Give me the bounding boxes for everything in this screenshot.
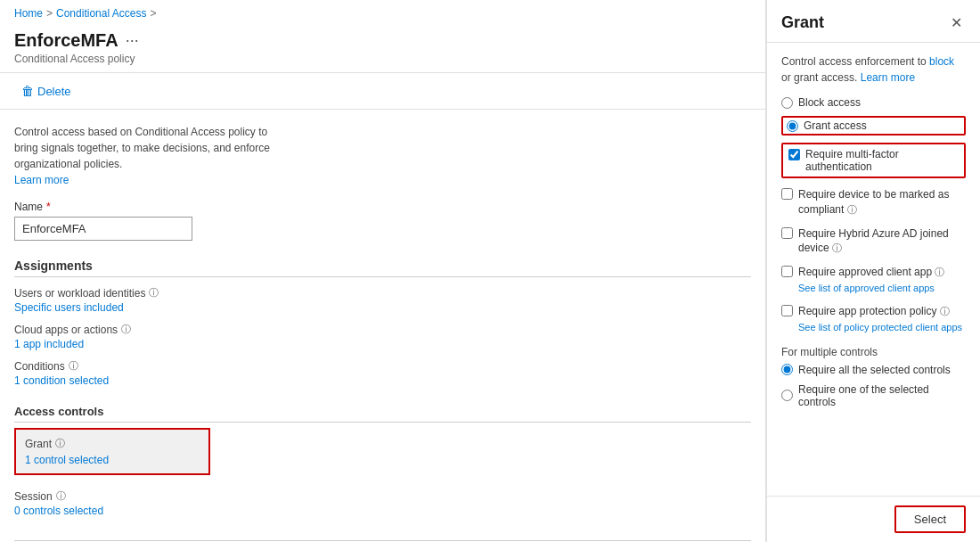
breadcrumb-home[interactable]: Home <box>14 7 43 20</box>
right-panel: Grant ✕ Control access enforcement to bl… <box>766 0 980 542</box>
app-protection-checkbox[interactable] <box>781 305 793 316</box>
block-access-radio-item[interactable]: Block access <box>781 96 966 109</box>
approved-client-label: Require approved client app <box>798 266 932 278</box>
device-compliant-checkbox[interactable] <box>781 188 793 200</box>
conditions-info-icon: ⓘ <box>69 359 78 373</box>
grant-info-icon: ⓘ <box>55 437 65 450</box>
select-button[interactable]: Select <box>894 505 966 533</box>
require-one-item[interactable]: Require one of the selected controls <box>781 383 966 408</box>
more-options-icon[interactable]: ··· <box>126 31 139 50</box>
require-one-label: Require one of the selected controls <box>798 383 966 408</box>
grant-access-label: Grant access <box>804 119 867 132</box>
right-panel-header: Grant ✕ <box>767 0 980 43</box>
assignments-heading: Assignments <box>14 259 751 277</box>
app-protection-item[interactable]: Require app protection policy ⓘ See list… <box>781 304 966 334</box>
access-controls-heading: Access controls <box>14 405 751 423</box>
session-value[interactable]: 0 controls selected <box>14 505 751 517</box>
grant-value[interactable]: 1 control selected <box>25 454 200 466</box>
require-all-item[interactable]: Require all the selected controls <box>781 364 966 376</box>
require-all-radio[interactable] <box>781 364 793 375</box>
hybrid-azure-item[interactable]: Require Hybrid Azure AD joined device ⓘ <box>781 226 966 257</box>
delete-label: Delete <box>37 85 71 98</box>
app-protection-label: Require app protection policy <box>798 305 936 317</box>
grant-access-radio[interactable] <box>787 120 798 132</box>
device-compliant-info-icon: ⓘ <box>847 204 857 215</box>
toolbar: 🗑 Delete <box>0 73 765 110</box>
learn-more-link[interactable]: Learn more <box>861 71 915 84</box>
users-label: Users or workload identities <box>14 287 145 300</box>
grant-access-radio-item[interactable]: Grant access <box>781 116 966 136</box>
grant-box[interactable]: Grant ⓘ 1 control selected <box>14 428 210 475</box>
content-area: Control access based on Conditional Acce… <box>0 110 765 542</box>
cloud-apps-label: Cloud apps or actions <box>14 324 118 336</box>
description-learn-more[interactable]: Learn more <box>14 174 69 186</box>
device-compliant-label: Require device to be marked as compliant <box>798 188 949 216</box>
grant-label: Grant <box>25 438 52 450</box>
hybrid-azure-info-icon: ⓘ <box>832 242 842 253</box>
required-indicator: * <box>46 201 51 213</box>
page-header: EnforceMFA ··· Conditional Access policy <box>0 27 765 73</box>
breadcrumb: Home > Conditional Access > <box>0 0 765 27</box>
breadcrumb-conditional-access[interactable]: Conditional Access <box>56 7 146 20</box>
session-box: Session ⓘ 0 controls selected <box>14 484 751 522</box>
mfa-checkbox[interactable] <box>788 149 800 160</box>
grant-panel-title: Grant <box>781 13 824 32</box>
right-panel-content: Control access enforcement to block or g… <box>767 43 980 496</box>
users-assignment: Users or workload identities ⓘ Specific … <box>14 286 751 314</box>
delete-button[interactable]: 🗑 Delete <box>14 80 78 102</box>
require-all-label: Require all the selected controls <box>798 364 951 376</box>
breadcrumb-sep2: > <box>150 7 156 20</box>
name-field-group: Name * <box>14 201 751 241</box>
right-panel-footer: Select <box>767 496 980 542</box>
approved-client-info-icon: ⓘ <box>935 267 944 277</box>
name-input[interactable] <box>14 217 192 241</box>
mfa-checkbox-item[interactable]: Require multi-factor authentication <box>781 143 966 178</box>
device-compliant-item[interactable]: Require device to be marked as compliant… <box>781 187 966 218</box>
breadcrumb-sep1: > <box>46 7 53 20</box>
page-subtitle: Conditional Access policy <box>14 53 751 65</box>
trash-icon: 🗑 <box>21 84 34 98</box>
block-access-label: Block access <box>798 96 861 109</box>
app-protection-info-icon: ⓘ <box>940 306 950 316</box>
conditions-value[interactable]: 1 condition selected <box>14 374 751 387</box>
approved-client-link[interactable]: See list of approved client apps <box>798 282 944 295</box>
session-label: Session <box>14 490 53 503</box>
users-value[interactable]: Specific users included <box>14 301 751 314</box>
block-link[interactable]: block <box>929 55 954 68</box>
require-one-radio[interactable] <box>781 390 793 401</box>
page-title: EnforceMFA <box>14 30 118 51</box>
cloud-apps-info-icon: ⓘ <box>121 323 131 336</box>
conditions-label: Conditions <box>14 360 65 373</box>
main-panel: Home > Conditional Access > EnforceMFA ·… <box>0 0 766 542</box>
cloud-apps-value[interactable]: 1 app included <box>14 338 751 350</box>
session-info-icon: ⓘ <box>56 489 66 503</box>
cloud-apps-assignment: Cloud apps or actions ⓘ 1 app included <box>14 323 751 350</box>
app-protection-link[interactable]: See list of policy protected client apps <box>798 321 962 334</box>
mfa-label: Require multi-factor authentication <box>805 148 959 173</box>
close-button[interactable]: ✕ <box>947 12 966 33</box>
approved-client-checkbox[interactable] <box>781 266 793 277</box>
approved-client-item[interactable]: Require approved client app ⓘ See list o… <box>781 265 966 295</box>
name-label: Name <box>14 201 43 213</box>
multiple-controls-label: For multiple controls <box>781 346 966 358</box>
grant-description: Control access enforcement to block or g… <box>781 53 966 86</box>
hybrid-azure-checkbox[interactable] <box>781 227 793 239</box>
conditions-assignment: Conditions ⓘ 1 condition selected <box>14 359 751 387</box>
users-info-icon: ⓘ <box>149 286 159 300</box>
hybrid-azure-label: Require Hybrid Azure AD joined device <box>798 227 949 255</box>
description-text: Control access based on Conditional Acce… <box>14 124 282 188</box>
block-access-radio[interactable] <box>781 97 793 109</box>
